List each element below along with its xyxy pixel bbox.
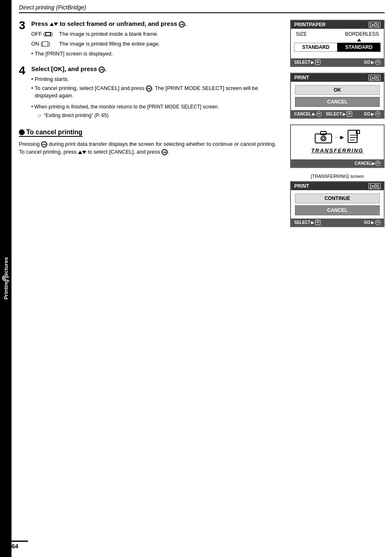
screen2-select-arrow: ▶: [343, 112, 346, 116]
screen3-body: ···▶ TRANSFERRING: [291, 125, 384, 159]
screen3-icons: ···▶: [314, 129, 360, 145]
camera-icon: [314, 131, 332, 144]
screen1-go-label: GO: [364, 60, 370, 64]
svg-rect-4: [348, 130, 357, 143]
screen1-btn1: STANDARD: [294, 43, 337, 52]
cancel-body: Pressing ok during print data transfer d…: [19, 140, 282, 156]
step-4-ref: ☞ “Exiting direct printing” (P. 65): [31, 112, 282, 120]
screen2-title: PRINT: [294, 75, 309, 81]
screen1-borderless-label: BORDERLESS: [345, 31, 379, 37]
svg-rect-0: [315, 134, 332, 143]
step-4-number: 4: [19, 65, 28, 120]
screen1-arrow-right: ▶: [311, 60, 314, 64]
svg-point-2: [321, 136, 326, 141]
screen3-footer: CANCEL ▶ ok: [291, 159, 384, 167]
step-4-bullet-1-text: Printing starts.: [35, 76, 69, 83]
screen-print-continue: PRINT [xD] CONTINUE CANCEL SELECT ▶ ⊞ GO: [290, 181, 385, 227]
screen1-footer: SELECT ▶ ⊞ GO ▶ ok: [291, 58, 384, 66]
off-label: OFF (): [31, 30, 56, 38]
screen1-size-label: SIZE: [296, 31, 307, 37]
ok-circle-icon: ok: [179, 21, 185, 28]
screen1-select-icon: ⊞: [315, 60, 321, 65]
step-3-heading: Press to select framed or unframed, and …: [31, 20, 282, 28]
step-4-heading: Select [OK], and press ok.: [31, 65, 282, 73]
ref-icon: ☞: [37, 112, 42, 120]
transfer-arrow-icon: ···▶: [335, 134, 344, 140]
cancel-heading: To cancel printing: [19, 129, 83, 137]
screen3-cancel-label: CANCEL: [355, 161, 372, 166]
screen1-body: SIZE BORDERLESS STANDARD STANDARD: [291, 29, 384, 58]
screen2-cancel-arrow: ▶: [312, 112, 316, 116]
screen2-select-label: SELECT: [326, 112, 342, 116]
page-number: 64: [12, 543, 18, 550]
tri-up-2: [78, 151, 82, 154]
frame-rect-icon: [45, 32, 51, 36]
screen4-go-arrow: ▶: [371, 220, 374, 225]
step-4-ref-text: “Exiting direct printing” (P. 65): [44, 112, 108, 120]
screen-transferring: ···▶ TRANSFERRING CANCEL ▶: [290, 124, 385, 168]
content-area: 3 Press to select framed or unframed, an…: [19, 20, 385, 233]
screen1-arrow: [294, 39, 380, 42]
screen4-footer: SELECT ▶ ⊞ GO ▶ ok: [291, 219, 384, 226]
step-4-bullet-2: To cancel printing, select [CANCEL] and …: [31, 85, 282, 99]
triangle-up-icon: [50, 23, 54, 26]
screen4-continue-item: CONTINUE: [295, 193, 380, 203]
screen1-select-label: SELECT: [294, 60, 310, 64]
page-footer: 64: [12, 541, 28, 550]
off-row: OFF () The image is printed inside a bla…: [31, 30, 282, 38]
screen1-ok-icon: ok: [375, 60, 380, 65]
screen4-cancel-item: CANCEL: [295, 205, 380, 215]
screen4-go-label: GO: [364, 220, 370, 225]
screen4-menu: CONTINUE CANCEL: [291, 190, 384, 219]
step-4: 4 Select [OK], and press ok. Printing st…: [19, 65, 282, 120]
document-icon: [347, 129, 360, 145]
triangle-down-icon: [54, 23, 58, 26]
screen2-menu: OK CANCEL: [291, 82, 384, 110]
screen1-row1: SIZE BORDERLESS: [294, 31, 380, 37]
main-content: Direct printing (PictBridge) 3 Press to …: [12, 0, 392, 241]
left-column: 3 Press to select framed or unframed, an…: [19, 20, 282, 233]
screen4-select-icon: ⊞: [315, 220, 321, 225]
screen1-btn2: STANDARD: [337, 43, 380, 52]
cancel-section: To cancel printing Pressing ok during pr…: [19, 129, 282, 156]
screen4-footer-left: SELECT ▶ ⊞: [294, 220, 321, 225]
step-4-note-text: • When printing is finished, the monitor…: [31, 104, 219, 110]
screen2-select-icon: ⊞: [347, 111, 352, 117]
screen2-cancel-icon: ok: [316, 111, 322, 117]
screen1-title: PRINTPAPER: [294, 22, 325, 28]
screen2-footer: CANCEL ▶ ok SELECT ▶ ⊞ GO ▶ ok: [291, 110, 384, 118]
step-3-content: Press to select framed or unframed, and …: [31, 20, 282, 59]
step-4-content: Select [OK], and press ok. Printing star…: [31, 65, 282, 120]
on-label: ON (): [31, 40, 56, 48]
on-row: ON () The image is printed filling the e…: [31, 40, 282, 48]
step-4-note: • When printing is finished, the monitor…: [31, 104, 282, 110]
ok-circle-icon-4: ok: [41, 141, 47, 147]
ok-circle-icon-3: ok: [146, 85, 152, 92]
screen1-buttons: STANDARD STANDARD: [294, 43, 380, 52]
screen2-footer-left: CANCEL ▶ ok SELECT ▶ ⊞: [294, 111, 352, 117]
screen2-go-arrow: ▶: [371, 112, 374, 116]
page-title: Direct printing (PictBridge): [19, 4, 86, 11]
screen4-ok-icon: ok: [375, 220, 380, 225]
step-4-bullet-2-text: To cancel printing, select [CANCEL] and …: [35, 85, 282, 99]
step-3-note: The [PRINT] screen is displayed.: [31, 50, 282, 58]
off-desc: The image is printed inside a blank fram…: [59, 30, 282, 38]
screen1-footer-left: SELECT ▶ ⊞: [294, 60, 321, 65]
screen4-header: PRINT [xD]: [291, 182, 384, 190]
screen2-go-label: GO: [364, 112, 370, 116]
chapter-label: Printing pictures: [3, 257, 9, 299]
screen2-cancel-item: CANCEL: [295, 97, 380, 107]
sidebar: 6 Printing pictures: [0, 0, 12, 557]
screen2-cancel-label: CANCEL: [294, 112, 311, 116]
screen3-transfer-label: TRANSFERRING: [311, 147, 363, 154]
screen-printpaper: PRINTPAPER [xD] SIZE BORDERLESS STANDARD…: [290, 20, 385, 67]
on-desc: The image is printed filling the entire …: [59, 40, 282, 48]
step-3-number: 3: [19, 20, 28, 59]
screen3-cancel-arrow: ▶: [372, 161, 375, 166]
screen4-select-label: SELECT: [294, 220, 310, 225]
tri-down-2: [82, 151, 86, 154]
screen4-card: [xD]: [369, 183, 380, 189]
ok-circle-icon-5: ok: [161, 149, 168, 155]
screen1-footer-right: GO ▶ ok: [364, 60, 380, 65]
svg-point-3: [322, 137, 325, 140]
